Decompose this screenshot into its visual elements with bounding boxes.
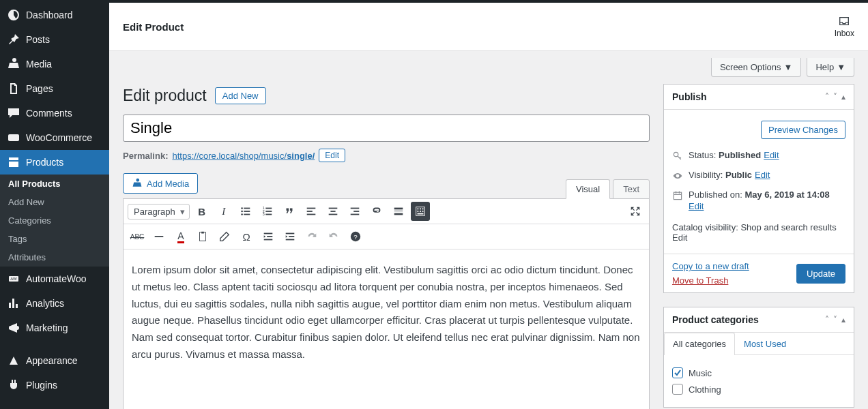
svg-rect-6 xyxy=(244,211,250,212)
clear-format-button[interactable] xyxy=(215,227,234,246)
move-down-icon[interactable]: ˅ xyxy=(833,315,837,324)
link-button[interactable] xyxy=(367,202,386,221)
special-char-button[interactable]: Ω xyxy=(237,227,256,246)
align-right-button[interactable] xyxy=(345,202,364,221)
sidebar-item-posts[interactable]: Posts xyxy=(0,27,109,52)
sidebar-item-woocommerce[interactable]: WooCommerce xyxy=(0,125,109,150)
hr-button[interactable] xyxy=(149,227,169,246)
pin-icon xyxy=(7,33,20,46)
sidebar-sub-attributes[interactable]: Attributes xyxy=(0,248,109,267)
svg-rect-19 xyxy=(330,211,335,212)
bullet-list-button[interactable] xyxy=(236,202,255,221)
key-icon xyxy=(672,151,683,162)
strikethrough-button[interactable]: ABC xyxy=(128,227,147,246)
cat-tab-most-used[interactable]: Most Used xyxy=(735,333,795,354)
sidebar-item-automatewoo[interactable]: AW AutomateWoo xyxy=(0,267,109,291)
edit-visibility-link[interactable]: Edit xyxy=(755,170,770,180)
sidebar-label: Products xyxy=(26,157,63,168)
sidebar-item-comments[interactable]: Comments xyxy=(0,101,109,125)
add-media-button[interactable]: Add Media xyxy=(123,173,198,194)
svg-rect-17 xyxy=(306,214,315,215)
move-trash-link[interactable]: Move to Trash xyxy=(672,275,749,286)
editor-tab-visual[interactable]: Visual xyxy=(566,179,610,199)
bold-button[interactable]: B xyxy=(192,202,212,221)
copy-draft-link[interactable]: Copy to a new draft xyxy=(672,261,749,271)
fullscreen-button[interactable] xyxy=(626,202,645,221)
blockquote-button[interactable] xyxy=(280,202,299,221)
help-icon-button[interactable]: ? xyxy=(346,227,365,246)
sidebar-item-pages[interactable]: Pages xyxy=(0,76,109,101)
sidebar-label: Analytics xyxy=(26,298,64,309)
toolbar-toggle-button[interactable] xyxy=(411,202,430,221)
sidebar-item-marketing[interactable]: Marketing xyxy=(0,316,109,340)
sidebar-item-media[interactable]: Media xyxy=(0,52,109,76)
edit-status-link[interactable]: Edit xyxy=(764,150,779,160)
paste-text-button[interactable] xyxy=(193,227,212,246)
category-checkbox-music[interactable]: Music xyxy=(672,365,845,381)
editor-content[interactable]: Lorem ipsum dolor sit amet, consectetur … xyxy=(124,249,649,409)
move-up-icon[interactable]: ˄ xyxy=(825,315,829,324)
toggle-icon[interactable]: ▴ xyxy=(841,315,845,324)
sidebar-item-products[interactable]: Products xyxy=(0,150,109,175)
preview-changes-button[interactable]: Preview Changes xyxy=(761,121,845,139)
marketing-icon xyxy=(7,321,20,335)
appearance-icon xyxy=(7,354,20,367)
align-left-button[interactable] xyxy=(302,202,321,221)
product-title-input[interactable] xyxy=(123,115,650,142)
inbox-icon xyxy=(838,15,850,27)
svg-rect-35 xyxy=(155,236,164,237)
categories-title: Product categories xyxy=(672,314,759,325)
svg-rect-40 xyxy=(264,239,273,241)
move-up-icon[interactable]: ˄ xyxy=(825,92,829,102)
svg-rect-38 xyxy=(264,233,273,234)
media-icon xyxy=(7,57,20,71)
screen-options-row: Screen Options ▼ Help ▼ xyxy=(109,51,868,84)
indent-button[interactable] xyxy=(280,227,300,246)
svg-rect-26 xyxy=(394,213,403,215)
svg-rect-8 xyxy=(244,214,250,215)
permalink-row: Permalink: https://core.local/shop/music… xyxy=(123,149,650,162)
svg-rect-22 xyxy=(353,211,359,212)
svg-rect-24 xyxy=(394,208,403,210)
sidebar-sub-categories[interactable]: Categories xyxy=(0,211,109,230)
move-down-icon[interactable]: ˅ xyxy=(833,92,837,102)
cat-tab-all[interactable]: All categories xyxy=(664,333,735,355)
svg-rect-23 xyxy=(350,214,359,215)
text-color-button[interactable]: A xyxy=(171,227,190,246)
sidebar-label: AutomateWoo xyxy=(26,273,86,284)
svg-rect-30 xyxy=(422,209,423,210)
category-checkbox-clothing[interactable]: Clothing xyxy=(672,381,845,397)
toggle-icon[interactable]: ▴ xyxy=(841,92,845,102)
readmore-button[interactable] xyxy=(389,202,408,221)
sidebar-item-plugins[interactable]: Plugins xyxy=(0,373,109,397)
paragraph-select[interactable]: Paragraph xyxy=(128,204,190,219)
sidebar-sub-all-products[interactable]: All Products xyxy=(0,175,109,193)
sidebar-sub-tags[interactable]: Tags xyxy=(0,230,109,248)
screen-options-button[interactable]: Screen Options ▼ xyxy=(711,58,801,77)
edit-date-link[interactable]: Edit xyxy=(689,201,704,211)
sidebar-label: Plugins xyxy=(26,380,57,391)
automatewoo-icon: AW xyxy=(7,272,20,286)
undo-button[interactable] xyxy=(302,227,321,246)
permalink-link[interactable]: https://core.local/shop/music/single/ xyxy=(172,151,315,161)
calendar-icon xyxy=(672,190,683,201)
help-button[interactable]: Help ▼ xyxy=(807,58,854,77)
editor-tab-text[interactable]: Text xyxy=(613,179,650,199)
numbered-list-button[interactable]: 123 xyxy=(258,202,277,221)
sidebar-item-dashboard[interactable]: Dashboard xyxy=(0,3,109,27)
redo-button[interactable] xyxy=(324,227,343,246)
add-new-button[interactable]: Add New xyxy=(215,87,266,104)
svg-point-7 xyxy=(241,213,243,215)
inbox-button[interactable]: Inbox xyxy=(835,15,854,38)
align-center-button[interactable] xyxy=(323,202,343,221)
sidebar-item-analytics[interactable]: Analytics xyxy=(0,291,109,316)
sidebar-item-appearance[interactable]: Appearance xyxy=(0,348,109,373)
italic-button[interactable]: I xyxy=(214,202,233,221)
outdent-button[interactable] xyxy=(259,227,278,246)
permalink-edit-button[interactable]: Edit xyxy=(319,149,345,162)
sidebar-sub-add-new[interactable]: Add New xyxy=(0,193,109,211)
update-button[interactable]: Update xyxy=(796,264,845,284)
edit-catalog-link[interactable]: Edit xyxy=(672,232,687,243)
svg-rect-14 xyxy=(265,214,272,215)
publish-title: Publish xyxy=(672,91,707,102)
